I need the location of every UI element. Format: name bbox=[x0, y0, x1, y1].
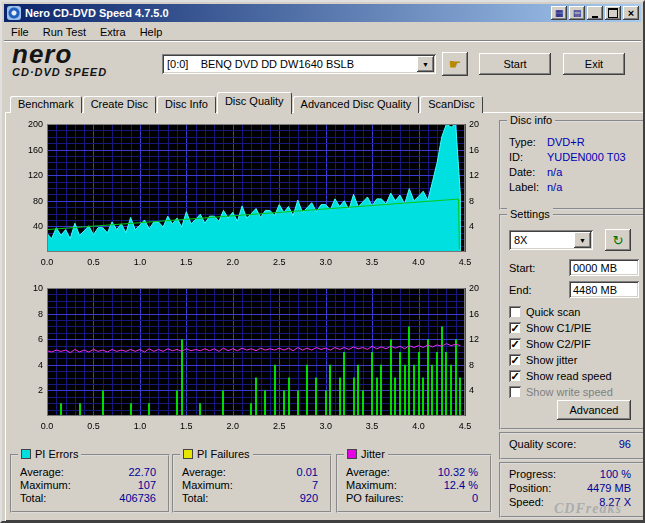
stat-value: 7 bbox=[312, 479, 318, 491]
disc-info-row: Label:n/a bbox=[509, 181, 637, 193]
eject-disc-button[interactable]: ☛ bbox=[442, 52, 468, 76]
checkbox-show-read-speed[interactable]: ✓ Show read speed bbox=[509, 370, 612, 382]
settings-group: Settings 8X ▼ ↻ Start: 0000 MB End: 4480… bbox=[499, 214, 645, 430]
end-position-field[interactable]: 4480 MB bbox=[569, 281, 639, 298]
type-label: Type: bbox=[509, 136, 547, 148]
checkbox-box: ✓ bbox=[509, 354, 521, 366]
checkbox-label: Show C1/PIE bbox=[526, 322, 591, 334]
speed-select-value: 8X bbox=[509, 234, 574, 246]
stat-row: PO failures:0 bbox=[346, 492, 478, 504]
close-button[interactable]: × bbox=[623, 6, 639, 20]
stat-row: Average:22.70 bbox=[20, 466, 156, 478]
checkbox-show-jitter[interactable]: ✓ Show jitter bbox=[509, 354, 577, 366]
start-position-label: Start: bbox=[509, 262, 535, 274]
stat-value: 0 bbox=[472, 492, 478, 504]
advanced-button[interactable]: Advanced bbox=[557, 400, 631, 420]
tab-benchmark[interactable]: Benchmark bbox=[10, 96, 82, 113]
tab-bar: Benchmark Create Disc Disc Info Disc Qua… bbox=[10, 93, 484, 113]
stat-row: Maximum:7 bbox=[182, 479, 318, 491]
titlebar: Nero CD-DVD Speed 4.7.5.0 ▦ ▤ × bbox=[4, 4, 641, 22]
hand-icon: ☛ bbox=[449, 56, 462, 72]
minimize-icon bbox=[592, 16, 598, 18]
stat-row: Maximum:107 bbox=[20, 479, 156, 491]
speed-label: Speed: bbox=[509, 496, 544, 508]
stat-row: Total:920 bbox=[182, 492, 318, 504]
tab-create-disc[interactable]: Create Disc bbox=[83, 96, 156, 113]
position-label: Position: bbox=[509, 482, 551, 494]
checkbox-show-c1-pie[interactable]: ✓ Show C1/PIE bbox=[509, 322, 591, 334]
checkbox-label: Show write speed bbox=[526, 386, 613, 398]
minimize-button[interactable] bbox=[587, 6, 603, 20]
menu-extra[interactable]: Extra bbox=[93, 24, 133, 40]
cddvd-speed-logo-text: CD·DVD SPEED bbox=[12, 66, 162, 78]
tab-disc-quality[interactable]: Disc Quality bbox=[217, 92, 292, 114]
window-title: Nero CD-DVD Speed 4.7.5.0 bbox=[25, 7, 549, 19]
checkbox-box bbox=[509, 386, 521, 398]
drive-select[interactable]: [0:0] BENQ DVD DD DW1640 BSLB ▼ bbox=[162, 54, 436, 74]
refresh-button[interactable]: ↻ bbox=[605, 229, 631, 251]
jitter-panel: Jitter Average:10.32 % Maximum:12.4 % PO… bbox=[336, 454, 492, 513]
chevron-down-icon[interactable]: ▼ bbox=[574, 232, 591, 248]
pi-failures-title-text: PI Failures bbox=[197, 448, 250, 460]
checkbox-quick-scan[interactable]: Quick scan bbox=[509, 306, 580, 318]
end-position-label: End: bbox=[509, 284, 532, 296]
stat-label: PO failures: bbox=[346, 492, 403, 504]
checkbox-box bbox=[509, 306, 521, 318]
maximize-icon bbox=[608, 8, 618, 18]
id-label: ID: bbox=[509, 151, 547, 163]
checkbox-box: ✓ bbox=[509, 338, 521, 350]
tab-disc-info[interactable]: Disc Info bbox=[157, 96, 216, 113]
pi-errors-chart bbox=[9, 116, 493, 280]
exit-button[interactable]: Exit bbox=[563, 53, 625, 75]
pi-failures-legend-swatch bbox=[183, 449, 193, 459]
label-label: Label: bbox=[509, 181, 547, 193]
pi-errors-title-text: PI Errors bbox=[35, 448, 78, 460]
checkbox-label: Quick scan bbox=[526, 306, 580, 318]
quality-score-box: Quality score: 96 bbox=[499, 432, 645, 460]
start-position-field[interactable]: 0000 MB bbox=[569, 259, 639, 276]
checkbox-label: Show C2/PIF bbox=[526, 338, 591, 350]
disc-info-title: Disc info bbox=[507, 114, 555, 126]
tab-scandisc[interactable]: ScanDisc bbox=[420, 96, 482, 113]
chevron-down-icon[interactable]: ▼ bbox=[417, 56, 434, 72]
check-icon: ✓ bbox=[510, 355, 519, 365]
pi-failures-panel: PI Failures Average:0.01 Maximum:7 Total… bbox=[172, 454, 332, 513]
jitter-panel-title: Jitter bbox=[344, 448, 388, 460]
pi-errors-legend-swatch bbox=[21, 449, 31, 459]
checkbox-box: ✓ bbox=[509, 322, 521, 334]
settings-title: Settings bbox=[507, 208, 553, 220]
checkbox-show-write-speed: Show write speed bbox=[509, 386, 613, 398]
check-icon: ✓ bbox=[510, 339, 519, 349]
refresh-icon: ↻ bbox=[613, 233, 624, 248]
watermark: CDFreaks bbox=[554, 501, 622, 517]
type-value: DVD+R bbox=[547, 136, 585, 148]
checkbox-show-c2-pif[interactable]: ✓ Show C2/PIF bbox=[509, 338, 591, 350]
label-value: n/a bbox=[547, 181, 562, 193]
stat-label: Maximum: bbox=[20, 479, 71, 491]
maximize-button[interactable] bbox=[605, 6, 621, 20]
jitter-legend-swatch bbox=[347, 449, 357, 459]
pi-errors-panel: PI Errors Average:22.70 Maximum:107 Tota… bbox=[10, 454, 170, 513]
checkbox-box: ✓ bbox=[509, 370, 521, 382]
drive-select-value: [0:0] BENQ DVD DD DW1640 BSLB bbox=[162, 58, 417, 70]
titlebar-extra-button-2[interactable]: ▤ bbox=[569, 6, 585, 20]
stat-label: Maximum: bbox=[182, 479, 233, 491]
quality-score-label: Quality score: bbox=[509, 438, 576, 450]
stat-row: Average:0.01 bbox=[182, 466, 318, 478]
progress-value: 100 % bbox=[600, 468, 631, 480]
menu-run-test[interactable]: Run Test bbox=[36, 24, 93, 40]
disc-info-row: ID:YUDEN000 T03 bbox=[509, 151, 637, 163]
stat-row: Total:406736 bbox=[20, 492, 156, 504]
titlebar-extra-button-1[interactable]: ▦ bbox=[551, 6, 567, 20]
menu-help[interactable]: Help bbox=[133, 24, 170, 40]
start-button[interactable]: Start bbox=[479, 53, 551, 75]
menu-file[interactable]: File bbox=[4, 24, 36, 40]
speed-select[interactable]: 8X ▼ bbox=[509, 230, 593, 250]
stat-value: 920 bbox=[300, 492, 318, 504]
app-window: Nero CD-DVD Speed 4.7.5.0 ▦ ▤ × File Run… bbox=[0, 0, 645, 523]
stat-label: Average: bbox=[346, 466, 390, 478]
check-icon: ✓ bbox=[510, 323, 519, 333]
tab-advanced-disc-quality[interactable]: Advanced Disc Quality bbox=[293, 96, 420, 113]
progress-label: Progress: bbox=[509, 468, 556, 480]
app-icon bbox=[7, 6, 21, 20]
